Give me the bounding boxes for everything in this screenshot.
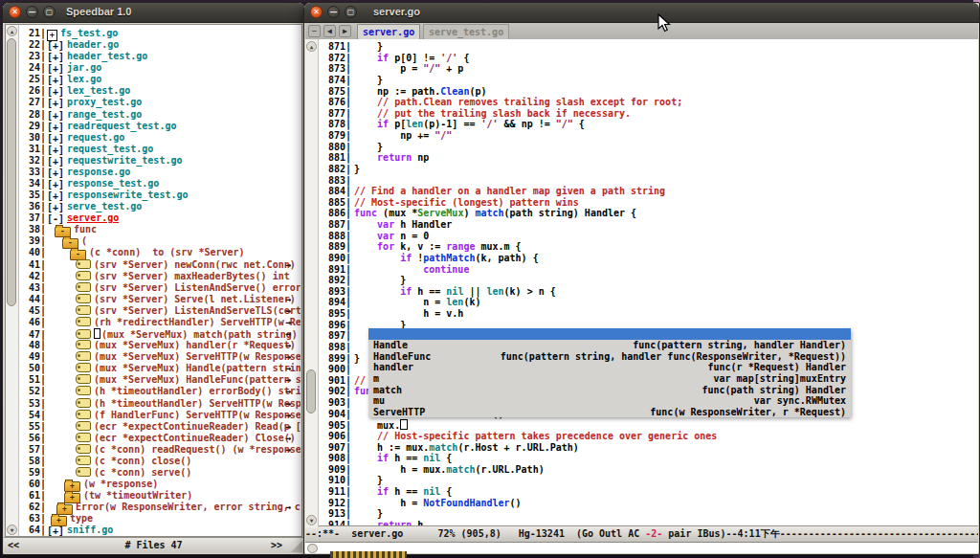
tab-serve_test.go[interactable]: serve_test.go bbox=[423, 24, 509, 40]
scroll-down-icon[interactable]: ▼ bbox=[306, 515, 317, 525]
speedbar-item[interactable]: 32|[+]requestwrite_test.go bbox=[21, 155, 301, 167]
code-line[interactable]: 881| return np bbox=[321, 152, 978, 164]
speedbar-item[interactable]: 40|-(c *conn) to (srv *Server) bbox=[21, 247, 301, 258]
emacs-titlebar[interactable]: ✕ — ▢ server.go bbox=[304, 3, 979, 23]
speedbar-scroll-right[interactable]: >> bbox=[271, 538, 282, 553]
code-line[interactable]: 909| h = mux.match(r.URL.Path) bbox=[321, 464, 978, 476]
speedbar-item[interactable]: 34|[+]response_test.go bbox=[21, 178, 301, 190]
completion-candidate[interactable]: mvar map[string]muxEntry bbox=[368, 373, 851, 385]
tag-icon[interactable] bbox=[76, 259, 91, 269]
tabbar-forward-button[interactable]: ▶ bbox=[339, 25, 351, 37]
tag-icon[interactable] bbox=[76, 340, 91, 349]
editor-scrollbar[interactable]: ▲ ▼ bbox=[305, 39, 319, 527]
speedbar-item[interactable]: 56|(ecr *expectContinueReader) Close() e… bbox=[21, 433, 301, 444]
speedbar-item[interactable]: 42|(srv *Server) maxHeaderBytes() int bbox=[21, 271, 301, 282]
code-line[interactable]: 890| if !pathMatch(k, path) { bbox=[321, 253, 978, 264]
code-line[interactable]: 912| h = NotFoundHandler() bbox=[321, 498, 978, 509]
speedbar-item[interactable]: 36|[+]serve_test.go bbox=[21, 201, 301, 212]
tag-icon[interactable] bbox=[76, 363, 91, 372]
code-line[interactable]: 875| np := path.Clean(p) bbox=[321, 86, 978, 98]
code-line[interactable]: 884|// Find a handler on a handler map g… bbox=[321, 186, 978, 197]
completion-candidate[interactable]: handlerfunc(r *Request) Handler bbox=[368, 362, 851, 373]
code-line[interactable]: 878| if p[len(p)-1] == '/' && np != "/" … bbox=[321, 119, 978, 130]
speedbar-item[interactable]: 53|(h *timeoutHandler) ServeHTTP(w Respo… bbox=[21, 398, 301, 410]
tag-icon[interactable] bbox=[76, 271, 91, 280]
completion-candidate[interactable]: ServeHTTPfunc(w ResponseWriter, r *Reque… bbox=[368, 407, 851, 418]
speedbar-item[interactable]: 26|[+]lex_test.go bbox=[21, 85, 301, 97]
code-line[interactable]: 873| p = "/" + p bbox=[321, 63, 978, 75]
code-line[interactable]: 907| h := mux.match(r.Host + r.URL.Path) bbox=[321, 442, 978, 454]
speedbar-item[interactable]: 29|[+]readrequest_test.go bbox=[21, 121, 301, 132]
code-line[interactable]: 885|// Most-specific (longest) pattern w… bbox=[321, 197, 978, 209]
close-icon[interactable]: ✕ bbox=[9, 6, 21, 18]
code-line[interactable]: 888| var n = 0 bbox=[321, 231, 978, 242]
speedbar-item[interactable]: 22|[+]header.go bbox=[21, 39, 301, 51]
minimize-icon[interactable]: — bbox=[327, 6, 340, 18]
scroll-up-icon[interactable]: ▲ bbox=[7, 26, 17, 36]
speedbar-item[interactable]: 57|(c *conn) readRequest() (w *response,… bbox=[21, 444, 301, 456]
code-line[interactable]: 886|func (mux *ServeMux) match(path stri… bbox=[321, 208, 978, 219]
code-line[interactable]: 893| if h == nil || len(k) > n { bbox=[321, 286, 978, 298]
speedbar-item[interactable]: 52|(h *timeoutHandler) errorBody() strin… bbox=[21, 386, 301, 397]
tag-icon[interactable] bbox=[76, 444, 91, 454]
speedbar-item[interactable]: 41|(srv *Server) newConn(rwc net.Conn) (… bbox=[21, 259, 301, 271]
maximize-icon[interactable]: ▢ bbox=[43, 6, 56, 18]
completion-candidate[interactable]: matchfunc(path string) Handler bbox=[368, 385, 851, 396]
speedbar-item[interactable]: 30|[+]request.go bbox=[21, 132, 301, 144]
tag-icon[interactable] bbox=[76, 351, 91, 361]
speedbar-item[interactable]: 63|+type bbox=[21, 513, 301, 525]
speedbar-titlebar[interactable]: ✕ — ▢ Speedbar 1.0 bbox=[3, 3, 304, 23]
speedbar-item[interactable]: 62|+Error(w ResponseWriter, error string… bbox=[21, 502, 301, 513]
speedbar-item[interactable]: 44|(srv *Server) Serve(l net.Listener) e… bbox=[21, 294, 301, 305]
speedbar-item[interactable]: 58|(c *conn) close() bbox=[21, 456, 301, 467]
speedbar-item[interactable]: 38|-func bbox=[21, 224, 301, 235]
code-line[interactable]: 906| // Host-specific pattern takes prec… bbox=[321, 431, 978, 442]
speedbar-item[interactable]: 49|(mux *ServeMux) ServeHTTP(w ResponseW… bbox=[21, 351, 301, 363]
speedbar-scrollbar[interactable]: ▲ ▼ bbox=[6, 25, 19, 536]
speedbar-item[interactable]: 46|(rh *redirectHandler) ServeHTTP(w Res… bbox=[21, 317, 301, 328]
completion-candidate[interactable]: muvar sync.RWMutex bbox=[368, 395, 851, 407]
maximize-icon[interactable]: ▢ bbox=[345, 6, 357, 18]
speedbar-item[interactable]: 43|(srv *Server) ListenAndServe() error bbox=[21, 282, 301, 294]
tag-icon[interactable] bbox=[76, 282, 91, 292]
speedbar-item[interactable]: 25|[+]lex.go bbox=[21, 74, 301, 85]
tabbar-kill-buffer-button[interactable]: — bbox=[308, 25, 321, 37]
completion-candidate[interactable]: Handlefunc(pattern string, handler Handl… bbox=[368, 340, 851, 351]
code-line[interactable]: 894| n = len(k) bbox=[321, 297, 978, 308]
tag-icon[interactable] bbox=[76, 433, 91, 442]
tag-icon[interactable] bbox=[76, 410, 91, 419]
scrollbar-thumb[interactable] bbox=[306, 369, 316, 413]
speedbar-item[interactable]: 39|-( bbox=[21, 235, 301, 247]
speedbar-item[interactable]: 35|[+]responsewrite_test.go bbox=[21, 190, 301, 201]
speedbar-item[interactable]: 48|(mux *ServeMux) handler(r *Request) H… bbox=[21, 340, 301, 351]
speedbar-item[interactable]: 37|[-]server.go bbox=[21, 212, 301, 224]
code-line[interactable]: 908| if h == nil { bbox=[321, 453, 978, 464]
speedbar-item[interactable]: 55|(ecr *expectContinueReader) Read(p []… bbox=[21, 421, 301, 433]
speedbar-item[interactable]: 47|(mux *ServeMux) match(path string) Ha… bbox=[21, 328, 301, 340]
tag-icon[interactable] bbox=[76, 294, 91, 303]
speedbar-item[interactable]: 24|[+]jar.go bbox=[21, 62, 301, 74]
tag-icon[interactable] bbox=[76, 329, 91, 339]
code-line[interactable]: 879| np += "/" bbox=[321, 130, 978, 142]
speedbar-item[interactable]: 50|(mux *ServeMux) Handle(pattern string… bbox=[21, 363, 301, 374]
speedbar-item[interactable]: 59|(c *conn) serve() bbox=[21, 467, 301, 479]
speedbar-item[interactable]: 60|+(w *response) bbox=[21, 479, 301, 490]
code-line[interactable]: 877| // put the trailing slash back if n… bbox=[321, 108, 978, 120]
speedbar-item[interactable]: 23|[+]header_test.go bbox=[21, 51, 301, 62]
code-line[interactable]: 887| var h Handler bbox=[321, 219, 978, 231]
resize-grip[interactable] bbox=[291, 541, 302, 552]
speedbar-item[interactable]: 21|+fs_test.go bbox=[21, 28, 301, 39]
scroll-up-icon[interactable]: ▲ bbox=[306, 41, 317, 52]
close-icon[interactable]: ✕ bbox=[310, 6, 323, 18]
editor-buffer[interactable]: ▲ ▼ 871| }872| if p[0] != '/' {873| p = … bbox=[305, 39, 978, 527]
speedbar-item[interactable]: 31|[+]request_test.go bbox=[21, 144, 301, 155]
completion-candidate[interactable]: HandleFuncfunc(pattern string, handler f… bbox=[368, 351, 851, 363]
tag-icon[interactable] bbox=[76, 398, 91, 408]
code-line[interactable]: 882|} bbox=[321, 164, 978, 175]
code-line[interactable]: 911| if h == nil { bbox=[321, 486, 978, 498]
tag-icon[interactable] bbox=[76, 467, 91, 477]
scrollbar-thumb[interactable] bbox=[7, 38, 16, 306]
speedbar-item[interactable]: 61|+(tw *timeoutWriter) bbox=[21, 490, 301, 502]
code-line[interactable]: 889| for k, v := range mux.m { bbox=[321, 241, 978, 253]
tag-icon[interactable] bbox=[76, 386, 91, 395]
